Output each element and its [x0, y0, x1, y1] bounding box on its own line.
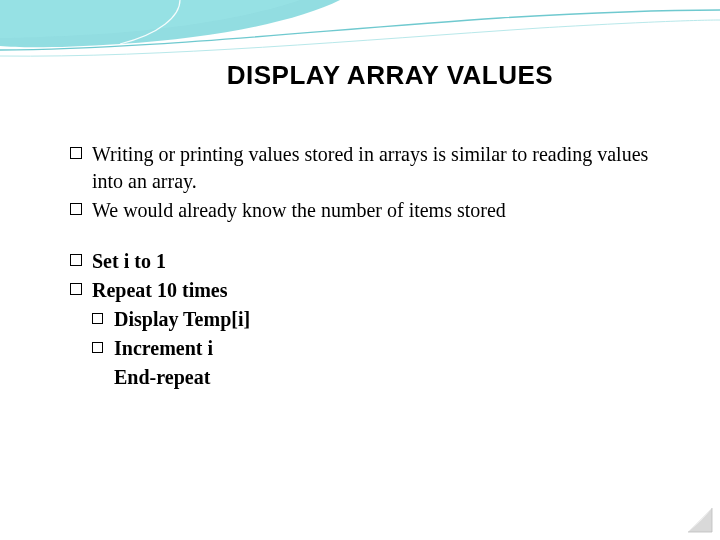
code-text: Display Temp[i]	[114, 308, 250, 330]
slide-body: Writing or printing values stored in arr…	[70, 141, 650, 391]
bullet-item: We would already know the number of item…	[70, 197, 650, 224]
code-text: Set i to 1	[92, 250, 166, 272]
code-line-indent: Increment i	[70, 335, 650, 362]
page-curl-icon	[686, 506, 714, 534]
bullet-text: We would already know the number of item…	[92, 199, 506, 221]
code-text: Repeat 10 times	[92, 279, 228, 301]
code-line-indent: Display Temp[i]	[70, 306, 650, 333]
bullet-text: Writing or printing values stored in arr…	[92, 143, 648, 192]
code-text: Increment i	[114, 337, 213, 359]
code-line: Set i to 1	[70, 248, 650, 275]
code-text: End-repeat	[114, 366, 210, 388]
bullet-item: Writing or printing values stored in arr…	[70, 141, 650, 195]
code-line: Repeat 10 times	[70, 277, 650, 304]
code-line-end: End-repeat	[70, 364, 650, 391]
slide-title: DISPLAY ARRAY VALUES	[70, 60, 650, 91]
slide: DISPLAY ARRAY VALUES Writing or printing…	[0, 0, 720, 540]
